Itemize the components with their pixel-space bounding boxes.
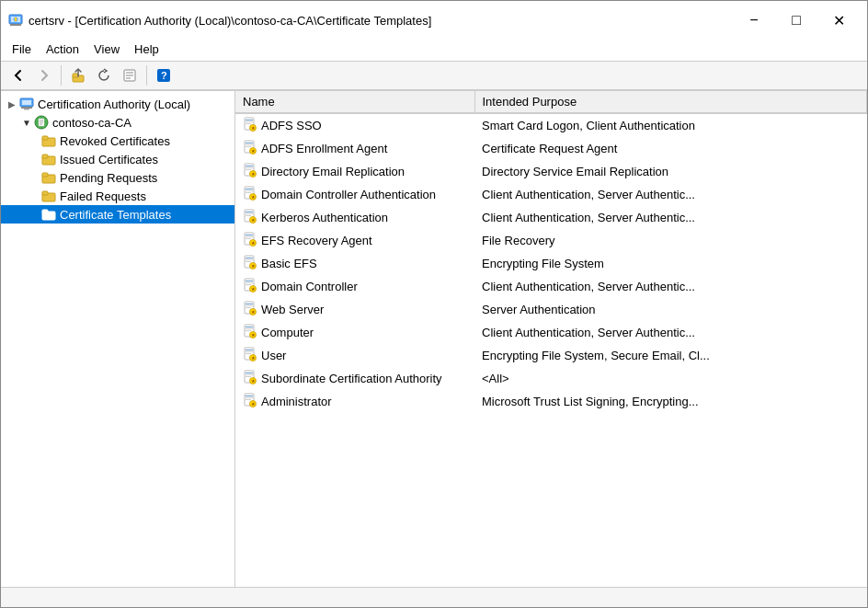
table-row[interactable]: ★ Domain ControllerClient Authentication… (235, 275, 867, 298)
col-name-header[interactable]: Name (235, 91, 474, 113)
svg-rect-101 (246, 376, 251, 377)
pending-label: Pending Requests (60, 171, 157, 185)
cert-icon: ★ (243, 324, 257, 341)
svg-rect-52 (246, 190, 253, 191)
svg-rect-58 (246, 213, 253, 214)
window-title: certsrv - [Certification Authority (Loca… (29, 14, 431, 28)
menu-action[interactable]: Action (39, 40, 86, 59)
tree-ca[interactable]: ▼ contoso-ca-CA (1, 113, 234, 132)
folder-failed-icon (41, 189, 56, 203)
svg-rect-65 (246, 238, 251, 239)
main-window: certsrv - [Certification Authority (Loca… (0, 0, 868, 608)
template-name-cell: ★ ADFS Enrollment Agent (235, 137, 474, 160)
cert-icon: ★ (243, 163, 257, 180)
table-row[interactable]: ★ Web ServerServer Authentication (235, 298, 867, 321)
svg-rect-39 (246, 143, 253, 143)
right-panel: Name Intended Purpose ★ ADFS SSOSmart Ca… (235, 91, 867, 587)
template-purpose-cell: Directory Service Email Replication (474, 160, 867, 183)
template-name: Web Server (261, 303, 324, 316)
col-purpose-header[interactable]: Intended Purpose (474, 91, 867, 113)
main-content: ▶ Certification Authority (Local) ▼ (1, 90, 867, 587)
minimize-button[interactable]: − (733, 6, 775, 34)
table-row[interactable]: ★ Subordinate Certification Authority<Al… (235, 367, 867, 390)
template-name-cell: ★ Computer (235, 321, 474, 344)
svg-rect-51 (246, 189, 253, 189)
svg-rect-94 (246, 351, 253, 352)
svg-rect-107 (246, 399, 251, 400)
cert-icon: ★ (243, 278, 257, 295)
help-button[interactable]: ? (152, 64, 176, 86)
forward-button[interactable] (32, 64, 56, 86)
tree-revoked[interactable]: Revoked Certificates (1, 132, 234, 150)
template-name: Kerberos Authentication (261, 211, 388, 224)
back-button[interactable] (6, 64, 30, 86)
table-row[interactable]: ★ ADFS SSOSmart Card Logon, Client Authe… (235, 113, 867, 137)
table-row[interactable]: ★ UserEncrypting File System, Secure Ema… (235, 344, 867, 367)
table-row[interactable]: ★ AdministratorMicrosoft Trust List Sign… (235, 390, 867, 413)
svg-rect-71 (246, 261, 251, 262)
svg-rect-106 (246, 397, 253, 398)
template-name-cell: ★ Domain Controller Authentication (235, 183, 474, 206)
cert-icon: ★ (243, 140, 257, 157)
template-name: ADFS Enrollment Agent (261, 142, 387, 155)
folder-issued-icon (41, 152, 56, 166)
menu-file[interactable]: File (5, 40, 39, 59)
svg-rect-69 (246, 258, 253, 258)
menu-help[interactable]: Help (127, 40, 166, 59)
template-name: Subordinate Certification Authority (261, 372, 442, 385)
svg-rect-46 (246, 167, 253, 168)
table-row[interactable]: ★ ComputerClient Authentication, Server … (235, 321, 867, 344)
root-expand-icon: ▶ (5, 97, 19, 111)
table-row[interactable]: ★ ADFS Enrollment AgentCertificate Reque… (235, 137, 867, 160)
failed-label: Failed Requests (60, 189, 146, 203)
svg-rect-25 (42, 155, 48, 158)
toolbar: ? (1, 62, 867, 90)
maximize-button[interactable]: □ (775, 6, 817, 34)
tree-issued[interactable]: Issued Certificates (1, 150, 234, 168)
folder-revoked-icon (41, 133, 56, 148)
template-name-cell: ★ Web Server (235, 298, 474, 321)
menu-bar: File Action View Help (1, 38, 867, 62)
template-list: Name Intended Purpose ★ ADFS SSOSmart Ca… (235, 91, 867, 413)
template-name-cell: ★ Basic EFS (235, 252, 474, 275)
svg-rect-83 (246, 307, 251, 308)
title-bar: certsrv - [Certification Authority (Loca… (1, 1, 867, 38)
ca-label: contoso-ca-CA (52, 116, 131, 130)
cert-icon: ★ (243, 209, 257, 226)
menu-view[interactable]: View (86, 40, 127, 59)
svg-rect-16 (24, 109, 29, 110)
tree-failed[interactable]: Failed Requests (1, 187, 234, 205)
folder-templates-icon (41, 207, 56, 222)
table-row[interactable]: ★ Basic EFSEncrypting File System (235, 252, 867, 275)
svg-rect-40 (246, 144, 253, 145)
tree-root[interactable]: ▶ Certification Authority (Local) (1, 95, 234, 113)
template-purpose-cell: <All> (474, 367, 867, 390)
up-button[interactable] (66, 64, 90, 86)
cert-icon: ★ (243, 301, 257, 318)
table-row[interactable]: ★ Domain Controller AuthenticationClient… (235, 183, 867, 206)
svg-rect-4 (15, 17, 17, 21)
svg-rect-23 (42, 136, 48, 140)
template-name-cell: ★ Kerberos Authentication (235, 206, 474, 229)
left-panel: ▶ Certification Authority (Local) ▼ (1, 91, 235, 587)
svg-text:?: ? (161, 70, 167, 81)
issued-label: Issued Certificates (60, 153, 158, 166)
refresh-button[interactable] (92, 64, 116, 86)
tree-templates[interactable]: Certificate Templates (1, 205, 234, 224)
close-button[interactable]: ✕ (817, 6, 860, 34)
tree-pending[interactable]: Pending Requests (1, 168, 234, 187)
svg-rect-82 (246, 305, 253, 306)
svg-rect-100 (246, 374, 253, 375)
svg-rect-89 (246, 330, 251, 331)
table-row[interactable]: ★ Kerberos AuthenticationClient Authenti… (235, 206, 867, 229)
template-name: Domain Controller (261, 280, 358, 293)
toolbar-separator-2 (146, 65, 147, 86)
svg-rect-76 (246, 282, 253, 283)
svg-rect-45 (246, 166, 253, 166)
export-button[interactable] (118, 64, 142, 86)
cert-icon: ★ (243, 393, 257, 410)
table-row[interactable]: ★ EFS Recovery AgentFile Recovery (235, 229, 867, 252)
table-row[interactable]: ★ Directory Email ReplicationDirectory S… (235, 160, 867, 183)
template-purpose-cell: Encrypting File System, Secure Email, Cl… (474, 344, 867, 367)
cert-icon: ★ (243, 186, 257, 203)
